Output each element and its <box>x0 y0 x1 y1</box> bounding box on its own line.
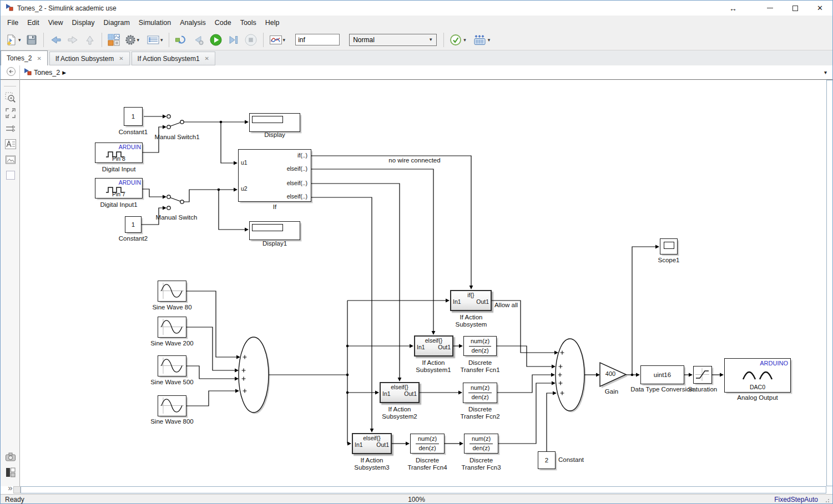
simulation-mode-select[interactable]: Normal ▼ <box>349 34 437 46</box>
menu-tools[interactable]: Tools <box>236 17 261 28</box>
in1-port: In1 <box>355 441 363 448</box>
deploy-to-hardware-button[interactable]: ▾ <box>471 32 492 48</box>
tab-if-action-subsystem1[interactable]: If Action Subsystem1 ✕ <box>132 52 215 65</box>
area-annotation-button[interactable] <box>4 169 17 181</box>
saturation-block[interactable] <box>693 366 712 384</box>
model-tab-bar: Tones_2 ✕ If Action Subsystem ✕ If Actio… <box>1 50 832 65</box>
discrete-transfer-fcn3-block[interactable]: num(z) den(z) <box>464 434 498 454</box>
constant2-value: 1 <box>125 217 141 232</box>
tab-close-icon[interactable]: ✕ <box>205 55 209 62</box>
model-explorer-button[interactable]: ▾ <box>145 32 165 48</box>
menu-view[interactable]: View <box>44 17 68 28</box>
library-browser-button[interactable] <box>106 32 122 48</box>
model-browser-toggle[interactable] <box>4 466 17 478</box>
sine-wave-80-block[interactable] <box>158 281 186 302</box>
display1-block[interactable] <box>249 221 300 240</box>
new-model-button[interactable]: ▾ <box>4 32 23 48</box>
if-action-subsystem1-block[interactable]: elseif{} In1 Out1 <box>414 335 453 357</box>
constant1-value: 1 <box>124 108 142 125</box>
tab-tones-2[interactable]: Tones_2 ✕ <box>1 50 48 65</box>
pin-label: Pin 8 <box>95 155 142 162</box>
hide-contents-caret-icon[interactable]: ▾ <box>824 69 827 75</box>
maximize-button[interactable] <box>782 1 807 16</box>
tab-if-action-subsystem[interactable]: If Action Subsystem ✕ <box>49 52 130 65</box>
caret-down-icon: ▾ <box>137 37 140 43</box>
horizontal-scrollbar[interactable] <box>21 486 826 493</box>
sum1-block[interactable] <box>239 337 269 413</box>
tab-close-icon[interactable]: ✕ <box>119 55 123 62</box>
menu-simulation[interactable]: Simulation <box>134 17 175 28</box>
analog-output-block[interactable]: ARDUINO DAC0 <box>724 358 791 393</box>
minimize-icon <box>767 8 773 9</box>
resize-grip[interactable] <box>825 497 831 503</box>
menu-edit[interactable]: Edit <box>23 17 44 28</box>
close-button[interactable]: ✕ <box>807 1 832 16</box>
tab-label: Tones_2 <box>7 54 32 62</box>
window-title: Tones_2 - Simulink academic use <box>17 4 117 12</box>
model-settings-button[interactable]: ▾ <box>123 32 142 48</box>
out1-port: Out1 <box>376 441 389 448</box>
zoom-region-button[interactable] <box>4 91 17 104</box>
menu-code[interactable]: Code <box>210 17 236 28</box>
menu-diagram[interactable]: Diagram <box>99 17 134 28</box>
discrete-transfer-fcn4-block[interactable]: num(z) den(z) <box>410 434 445 454</box>
browse-back-button[interactable] <box>6 67 16 79</box>
sine-wave-800-block[interactable] <box>158 395 186 416</box>
menu-file[interactable]: File <box>3 17 23 28</box>
fit-to-view-button[interactable] <box>4 106 17 119</box>
sine-wave-200-block[interactable] <box>158 317 186 338</box>
caret-down-icon: ▾ <box>488 37 491 43</box>
digital-input1-block[interactable]: ARDUIN Pin 7 <box>95 178 143 198</box>
constant1-block[interactable]: 1 <box>124 107 143 126</box>
save-button[interactable] <box>24 32 39 48</box>
annotation-button[interactable] <box>4 138 17 150</box>
constant-block[interactable]: 2 <box>538 451 556 469</box>
sine-wave-500-block[interactable] <box>158 355 186 376</box>
simulation-data-inspector-button[interactable]: ▾ <box>267 32 287 48</box>
menu-display[interactable]: Display <box>68 17 99 28</box>
scope1-block[interactable] <box>660 238 678 254</box>
denominator: den(z) <box>464 347 496 354</box>
dock-arrows-icon[interactable]: ↔ <box>729 1 737 16</box>
screenshot-button[interactable] <box>4 450 17 463</box>
display-block[interactable] <box>249 113 300 132</box>
if-action-subsystem2-block[interactable]: elseif{} In1 Out1 <box>380 382 420 403</box>
status-solver[interactable]: FixedStepAuto <box>774 496 818 503</box>
digital-input-block[interactable]: ARDUIN Pin 8 <box>95 142 143 163</box>
fraction-line <box>416 444 439 444</box>
image-annotation-button[interactable] <box>4 153 17 166</box>
refresh-model-advisor-button[interactable]: ▾ <box>448 32 468 48</box>
signal-routing-button[interactable] <box>4 122 17 135</box>
if-action-subsystem-label2: Subsystem <box>449 321 493 328</box>
tab-close-icon[interactable]: ✕ <box>37 55 41 62</box>
menu-analysis[interactable]: Analysis <box>175 17 210 28</box>
if-action-subsystem3-block[interactable]: elseif{} In1 Out1 <box>352 433 392 454</box>
minimize-button[interactable] <box>758 1 782 16</box>
fraction-line <box>469 444 493 444</box>
caret-down-icon: ▾ <box>283 37 286 43</box>
run-button[interactable] <box>208 32 224 48</box>
if-port-elseif3: elseif(..) <box>287 193 307 200</box>
step-forward-button[interactable] <box>225 32 241 48</box>
constant2-block[interactable]: 1 <box>125 216 142 233</box>
stop-button[interactable] <box>243 32 259 48</box>
up-to-parent-button[interactable] <box>82 32 98 48</box>
if-block[interactable]: u1 u2 if(..) elseif(..) elseif(..) elsei… <box>238 149 311 202</box>
menu-help[interactable]: Help <box>261 17 284 28</box>
discrete-transfer-fcn2-block[interactable]: num(z) den(z) <box>463 383 497 403</box>
vertical-scrollbar[interactable] <box>826 80 833 486</box>
step-back-button[interactable] <box>190 32 206 48</box>
simulation-stop-time-input[interactable] <box>295 34 340 45</box>
forward-button[interactable] <box>65 32 81 48</box>
sine-wave-200-label: Sine Wave 200 <box>130 340 214 347</box>
if-port-elseif1: elseif(..) <box>287 165 307 172</box>
if-action-subsystem1-label2: Subsystem1 <box>411 366 456 373</box>
data-type-conversion-block[interactable]: uint16 <box>640 365 684 384</box>
if-action-subsystem2-label: If Action <box>377 406 422 413</box>
discrete-transfer-fcn1-block[interactable]: num(z) den(z) <box>463 336 497 356</box>
update-diagram-button[interactable] <box>173 32 189 48</box>
deploy-hardware-icon <box>473 33 487 47</box>
back-button[interactable] <box>48 32 64 48</box>
diagram-canvas[interactable]: 1 Constant1 ARDUIN Pin 8 Digital Input M… <box>21 81 826 486</box>
breadcrumb-model-name[interactable]: Tones_2 <box>34 69 60 77</box>
